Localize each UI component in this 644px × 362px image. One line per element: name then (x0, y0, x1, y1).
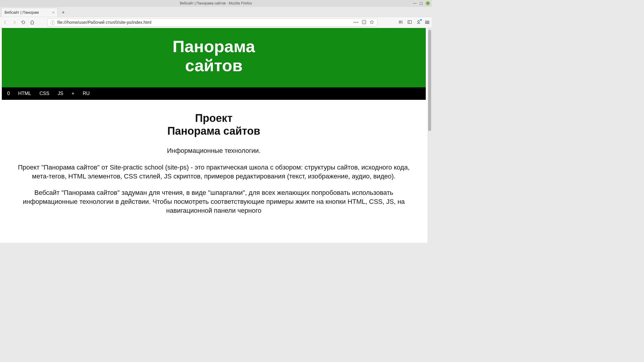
paragraph-1: Информационные технологии. (11, 146, 417, 155)
scrollbar-thumb[interactable] (428, 30, 431, 131)
nav-item-plus[interactable]: + (72, 91, 74, 96)
page-viewport: Панорама сайтов 0 HTML CSS JS + RU Проек… (0, 28, 428, 243)
notification-dot-icon (420, 19, 422, 21)
url-text: file:///home/user/Рабочий стол/0/site-ps… (57, 20, 353, 25)
os-titlebar: Вебсайт | Панорама сайтов - Mozilla Fire… (0, 0, 432, 7)
browser-tab[interactable]: Вебсайт | Панорам × (1, 8, 58, 17)
sidebar-icon (407, 20, 412, 24)
nav-item-css[interactable]: CSS (39, 91, 49, 96)
hamburger-icon (425, 21, 429, 21)
reader-icon (362, 20, 366, 24)
star-icon (369, 20, 374, 24)
scrollbar-vertical[interactable] (428, 28, 432, 243)
home-icon (30, 20, 35, 25)
site-main: Проект Панорама сайтов Информационные те… (2, 100, 426, 215)
page-heading: Проект Панорама сайтов (11, 112, 417, 137)
site-title-line2: сайтов (185, 56, 243, 75)
paragraph-3: Вебсайт "Панорама сайтов" задуман для чт… (11, 188, 417, 215)
browser-tabstrip: Вебсайт | Панорам × + (0, 7, 432, 17)
home-button[interactable] (29, 20, 35, 25)
forward-button[interactable] (11, 20, 17, 25)
window-title: Вебсайт | Панорама сайтов - Mozilla Fire… (180, 1, 252, 5)
window-minimize-button[interactable]: — (413, 1, 417, 5)
bookmark-button[interactable] (369, 20, 374, 25)
site-title-line1: Панорама (173, 37, 255, 56)
sidebar-button[interactable] (407, 20, 412, 25)
back-button[interactable] (2, 20, 8, 25)
info-icon[interactable]: i (50, 20, 55, 25)
nav-item-ru[interactable]: RU (83, 91, 89, 96)
page-heading-line1: Проект (195, 112, 233, 124)
reload-icon (21, 20, 26, 25)
library-button[interactable] (398, 20, 403, 25)
arrow-right-icon (12, 20, 17, 25)
reload-button[interactable] (20, 20, 26, 25)
svg-point-2 (418, 21, 419, 22)
page-heading-line2: Панорама сайтов (167, 125, 260, 137)
window-maximize-button[interactable]: ▢ (419, 1, 423, 5)
window-close-button[interactable]: ✕ (426, 1, 430, 5)
nav-item-html[interactable]: HTML (18, 91, 31, 96)
close-icon: ✕ (427, 2, 429, 5)
tab-title: Вебсайт | Панорам (4, 10, 50, 15)
nav-item-0[interactable]: 0 (7, 91, 10, 96)
page-actions-button[interactable]: ••• (353, 20, 359, 25)
reader-mode-button[interactable] (362, 20, 366, 25)
site-title: Панорама сайтов (2, 37, 426, 75)
url-bar[interactable]: i file:///home/user/Рабочий стол/0/site-… (47, 18, 377, 27)
library-icon (398, 20, 403, 24)
tab-close-button[interactable]: × (50, 10, 55, 15)
svg-rect-1 (408, 21, 411, 24)
paragraph-2: Проект "Панорама сайтов" от Site-practic… (11, 163, 417, 181)
site-nav: 0 HTML CSS JS + RU (2, 87, 426, 100)
new-tab-button[interactable]: + (59, 8, 67, 17)
browser-toolbar: i file:///home/user/Рабочий стол/0/site-… (0, 17, 432, 28)
arrow-left-icon (3, 20, 8, 25)
account-button[interactable] (416, 20, 421, 25)
nav-item-js[interactable]: JS (58, 91, 63, 96)
app-menu-button[interactable] (425, 21, 429, 24)
site-header: Панорама сайтов (2, 28, 426, 87)
